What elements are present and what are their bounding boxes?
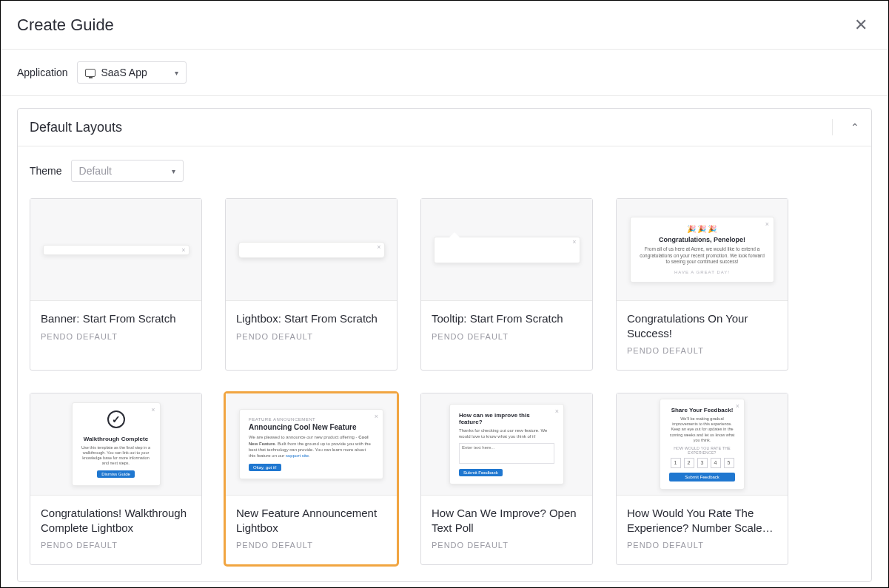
mini-body: From all of us here at Acme, we would li… bbox=[640, 246, 765, 265]
mini-title: Congratulations, Penelope! bbox=[640, 236, 765, 243]
mini-rate: × Share Your Feedback! We'll be making g… bbox=[660, 399, 745, 490]
card-sub: PENDO DEFAULT bbox=[432, 332, 582, 341]
close-icon: × bbox=[555, 408, 559, 415]
mini-walkthrough: × Walkthrough Complete Use this template… bbox=[72, 402, 161, 487]
thumb-lightbox: × bbox=[226, 199, 397, 301]
scale-row: 1 2 3 4 5 bbox=[669, 458, 735, 468]
mini-body: We'll be making gradual improvements to … bbox=[669, 416, 735, 443]
close-icon[interactable]: ✕ bbox=[850, 14, 872, 36]
mini-congrats: × 🎉🎉🎉 Congratulations, Penelope! From al… bbox=[630, 217, 774, 282]
mini-body: Use this template as the final step in a… bbox=[81, 445, 151, 467]
check-icon bbox=[107, 410, 125, 428]
thumb-rate: × Share Your Feedback! We'll be making g… bbox=[617, 393, 788, 496]
mini-textarea bbox=[459, 443, 554, 464]
layout-card-feature[interactable]: × FEATURE ANNOUNCEMENT Announcing Cool N… bbox=[225, 393, 397, 565]
layout-card-improve[interactable]: × How can we improve this feature? Thank… bbox=[420, 393, 593, 565]
card-title: Congratulations! Walkthrough Complete Li… bbox=[41, 506, 191, 535]
card-sub: PENDO DEFAULT bbox=[236, 541, 386, 550]
mini-lightbox: × bbox=[238, 242, 385, 258]
mini-tooltip: × bbox=[434, 237, 580, 263]
card-sub: PENDO DEFAULT bbox=[41, 541, 191, 550]
card-sub: PENDO DEFAULT bbox=[627, 541, 777, 550]
card-title: How Would You Rate The Experience? Numbe… bbox=[627, 506, 777, 535]
card-title: Banner: Start From Scratch bbox=[41, 311, 191, 326]
application-row: Application SaaS App ▾ bbox=[1, 50, 888, 96]
card-title: Tooltip: Start From Scratch bbox=[432, 311, 582, 326]
close-icon: × bbox=[151, 406, 155, 413]
default-layouts-panel: Default Layouts ⌃ Theme Default ▾ × Bann… bbox=[17, 108, 872, 582]
mini-tag: FEATURE ANNOUNCEMENT bbox=[249, 417, 374, 422]
collapse-button[interactable]: ⌃ bbox=[832, 119, 859, 135]
mini-button: Submit Feedback bbox=[459, 469, 503, 476]
mini-body: Thanks for checking out our new feature.… bbox=[459, 428, 554, 440]
close-icon: × bbox=[181, 246, 185, 254]
mini-banner: × bbox=[43, 245, 189, 255]
close-icon: × bbox=[736, 402, 739, 410]
theme-label: Theme bbox=[30, 165, 62, 177]
card-title: Congratulations On Your Success! bbox=[627, 311, 777, 340]
mini-title: Announcing Cool New Feature bbox=[249, 423, 374, 431]
card-title: Lightbox: Start From Scratch bbox=[236, 311, 386, 326]
monitor-icon bbox=[85, 69, 95, 77]
mini-prompt: HOW WOULD YOU RATE THE EXPERIENCE? bbox=[669, 446, 735, 455]
thumb-walkthrough: × Walkthrough Complete Use this template… bbox=[30, 393, 201, 496]
card-sub: PENDO DEFAULT bbox=[236, 332, 386, 341]
layout-card-tooltip[interactable]: × Tooltip: Start From Scratch PENDO DEFA… bbox=[420, 198, 593, 371]
theme-selected: Default bbox=[79, 165, 112, 177]
card-sub: PENDO DEFAULT bbox=[41, 332, 191, 341]
modal-title: Create Guide bbox=[17, 16, 114, 35]
mini-feature: × FEATURE ANNOUNCEMENT Announcing Cool N… bbox=[239, 409, 383, 479]
thumb-feature: × FEATURE ANNOUNCEMENT Announcing Cool N… bbox=[226, 393, 397, 496]
theme-dropdown[interactable]: Default ▾ bbox=[71, 160, 184, 182]
chevron-down-icon: ▾ bbox=[172, 167, 175, 175]
mini-button: Dismiss Guide bbox=[97, 470, 135, 478]
layout-card-congrats[interactable]: × 🎉🎉🎉 Congratulations, Penelope! From al… bbox=[616, 198, 788, 371]
thumb-congrats: × 🎉🎉🎉 Congratulations, Penelope! From al… bbox=[617, 199, 788, 301]
thumb-tooltip: × bbox=[421, 199, 592, 301]
layout-grid: × Banner: Start From Scratch PENDO DEFAU… bbox=[30, 198, 859, 565]
layout-card-rate[interactable]: × Share Your Feedback! We'll be making g… bbox=[616, 393, 788, 565]
close-icon: × bbox=[572, 238, 576, 246]
emoji-row: 🎉🎉🎉 bbox=[640, 225, 765, 233]
mini-improve: × How can we improve this feature? Thank… bbox=[449, 404, 564, 484]
application-dropdown[interactable]: SaaS App ▾ bbox=[77, 61, 187, 84]
thumb-improve: × How can we improve this feature? Thank… bbox=[421, 393, 592, 496]
panel-body: Theme Default ▾ × Banner: Start From Scr… bbox=[18, 146, 871, 581]
close-icon: × bbox=[377, 243, 380, 251]
chevron-up-icon: ⌃ bbox=[851, 121, 859, 133]
application-selected: SaaS App bbox=[101, 67, 147, 78]
thumb-banner: × bbox=[30, 199, 201, 301]
chevron-down-icon: ▾ bbox=[175, 69, 178, 77]
card-title: New Feature Announcement Lightbox bbox=[236, 506, 386, 535]
modal-header: Create Guide ✕ bbox=[1, 1, 888, 50]
mini-body: We are pleased to announce our new produ… bbox=[249, 434, 374, 459]
theme-row: Theme Default ▾ bbox=[30, 160, 859, 182]
card-sub: PENDO DEFAULT bbox=[432, 541, 582, 550]
layout-card-lightbox[interactable]: × Lightbox: Start From Scratch PENDO DEF… bbox=[225, 198, 397, 371]
mini-button: Submit Feedback bbox=[669, 473, 735, 481]
layout-card-walkthrough[interactable]: × Walkthrough Complete Use this template… bbox=[30, 393, 202, 565]
mini-title: Walkthrough Complete bbox=[81, 436, 151, 442]
panel-header: Default Layouts ⌃ bbox=[18, 109, 871, 146]
panel-title: Default Layouts bbox=[30, 120, 122, 135]
close-icon: × bbox=[765, 220, 769, 228]
mini-footer: HAVE A GREAT DAY! bbox=[640, 270, 765, 274]
layout-card-banner[interactable]: × Banner: Start From Scratch PENDO DEFAU… bbox=[30, 198, 202, 371]
mini-title: Share Your Feedback! bbox=[669, 407, 735, 413]
mini-button: Okay, got it! bbox=[249, 464, 281, 471]
mini-title: How can we improve this feature? bbox=[459, 412, 554, 425]
application-label: Application bbox=[17, 67, 68, 78]
card-title: How Can We Improve? Open Text Poll bbox=[432, 506, 582, 535]
close-icon: × bbox=[375, 413, 378, 420]
card-sub: PENDO DEFAULT bbox=[627, 346, 777, 355]
